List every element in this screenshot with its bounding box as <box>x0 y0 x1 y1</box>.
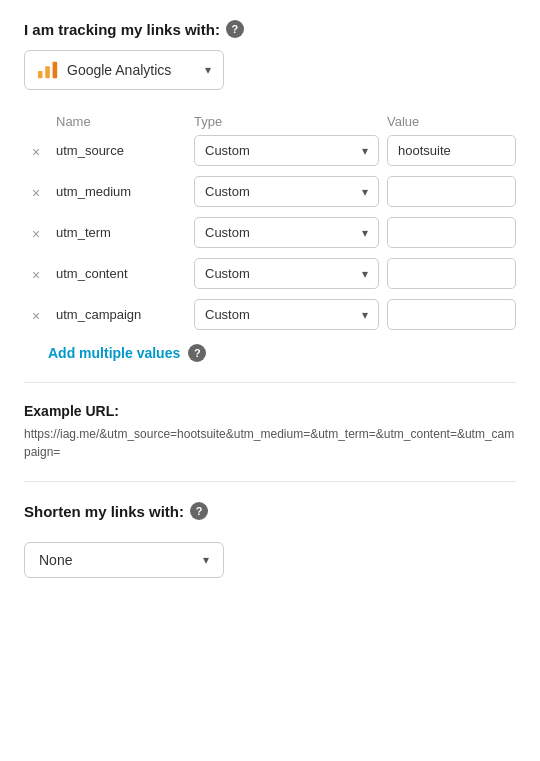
table-row: × utm_campaign Custom ▾ <box>24 299 516 330</box>
type-label: Custom <box>205 225 250 240</box>
type-chevron-icon: ▾ <box>362 226 368 240</box>
type-select[interactable]: Custom ▾ <box>194 299 379 330</box>
type-select[interactable]: Custom ▾ <box>194 176 379 207</box>
params-table: × utm_source Custom ▾ × utm_medium Custo… <box>24 135 516 330</box>
add-multiple-help-icon[interactable]: ? <box>188 344 206 362</box>
param-name: utm_content <box>56 266 186 281</box>
type-label: Custom <box>205 184 250 199</box>
type-label: Custom <box>205 307 250 322</box>
type-chevron-icon: ▾ <box>362 267 368 281</box>
param-name: utm_term <box>56 225 186 240</box>
tracking-help-icon[interactable]: ? <box>226 20 244 38</box>
table-row: × utm_medium Custom ▾ <box>24 176 516 207</box>
remove-param-icon[interactable]: × <box>24 265 48 283</box>
value-input[interactable] <box>387 217 516 248</box>
value-input[interactable] <box>387 176 516 207</box>
remove-param-icon[interactable]: × <box>24 306 48 324</box>
shorten-section: Shorten my links with: ? None ▾ <box>24 502 516 578</box>
type-select[interactable]: Custom ▾ <box>194 258 379 289</box>
param-name: utm_medium <box>56 184 186 199</box>
value-input[interactable] <box>387 135 516 166</box>
shorten-label-text: Shorten my links with: <box>24 503 184 520</box>
header-name: Name <box>56 114 186 129</box>
type-select[interactable]: Custom ▾ <box>194 217 379 248</box>
shorten-label: Shorten my links with: ? <box>24 502 516 520</box>
example-url-section: Example URL: https://iag.me/&utm_source=… <box>24 403 516 461</box>
type-chevron-icon: ▾ <box>362 185 368 199</box>
divider-2 <box>24 481 516 482</box>
type-label: Custom <box>205 266 250 281</box>
table-row: × utm_term Custom ▾ <box>24 217 516 248</box>
shorten-dropdown[interactable]: None ▾ <box>24 542 224 578</box>
svg-rect-0 <box>38 71 43 78</box>
example-url-label: Example URL: <box>24 403 516 419</box>
remove-param-icon[interactable]: × <box>24 142 48 160</box>
param-name: utm_campaign <box>56 307 186 322</box>
table-row: × utm_source Custom ▾ <box>24 135 516 166</box>
shorten-chevron-icon: ▾ <box>203 553 209 567</box>
remove-param-icon[interactable]: × <box>24 183 48 201</box>
value-input[interactable] <box>387 258 516 289</box>
example-url-text: https://iag.me/&utm_source=hootsuite&utm… <box>24 425 516 461</box>
header-value: Value <box>387 114 516 129</box>
table-row: × utm_content Custom ▾ <box>24 258 516 289</box>
param-name: utm_source <box>56 143 186 158</box>
value-input[interactable] <box>387 299 516 330</box>
add-multiple-row: Add multiple values ? <box>24 344 516 362</box>
analytics-dropdown[interactable]: Google Analytics ▾ <box>24 50 224 90</box>
shorten-help-icon[interactable]: ? <box>190 502 208 520</box>
svg-rect-1 <box>45 66 50 78</box>
svg-rect-2 <box>53 62 58 79</box>
analytics-dropdown-left: Google Analytics <box>37 59 171 81</box>
remove-param-icon[interactable]: × <box>24 224 48 242</box>
type-chevron-icon: ▾ <box>362 144 368 158</box>
table-header: Name Type Value <box>24 114 516 135</box>
divider-1 <box>24 382 516 383</box>
google-analytics-icon <box>37 59 59 81</box>
type-label: Custom <box>205 143 250 158</box>
type-select[interactable]: Custom ▾ <box>194 135 379 166</box>
tracking-label: I am tracking my links with: ? <box>24 20 516 38</box>
tracking-label-text: I am tracking my links with: <box>24 21 220 38</box>
analytics-selected-label: Google Analytics <box>67 62 171 78</box>
type-chevron-icon: ▾ <box>362 308 368 322</box>
add-multiple-link[interactable]: Add multiple values <box>48 345 180 361</box>
header-type: Type <box>194 114 379 129</box>
analytics-chevron-icon: ▾ <box>205 63 211 77</box>
shorten-selected-label: None <box>39 552 72 568</box>
